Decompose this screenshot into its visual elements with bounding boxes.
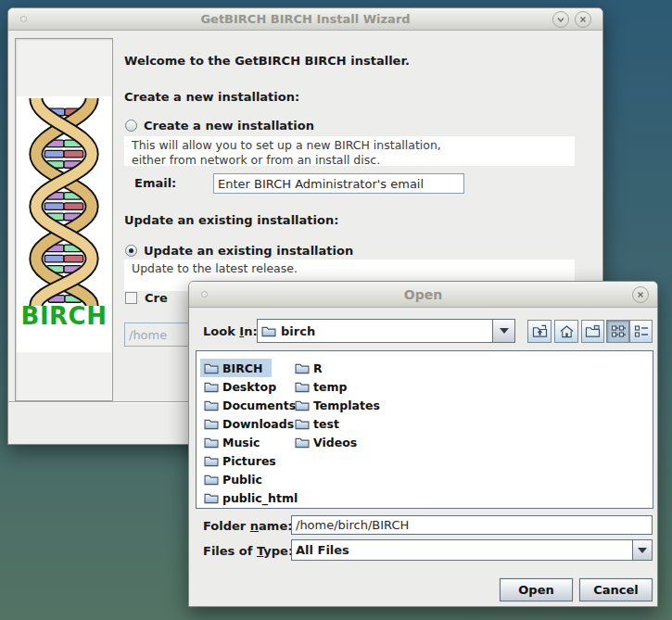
file-list-item[interactable]: temp [291, 377, 356, 396]
birch-logo-text: BIRCH [21, 302, 108, 330]
file-list-item[interactable]: Documents [200, 396, 305, 414]
file-list-item[interactable]: Pictures [200, 451, 285, 470]
file-item-label: Pictures [222, 454, 276, 468]
file-list-col2: R temp Templates test Videos [291, 359, 389, 451]
checkbox-label-partial: Cre [145, 291, 168, 305]
file-list-item[interactable]: Downloads [200, 414, 303, 433]
folder-icon [295, 418, 310, 430]
look-in-value: birch [281, 324, 315, 338]
folder-name-label: Folder name: [203, 519, 292, 533]
create-radio-label: Create a new installation [144, 119, 314, 133]
email-field[interactable] [213, 173, 464, 194]
look-in-dropdown-button[interactable] [492, 320, 514, 342]
list-view-button[interactable] [629, 320, 653, 343]
open-button[interactable]: Open [500, 578, 573, 601]
files-of-type-dropdown-button[interactable] [632, 540, 652, 560]
file-item-label: Downloads [222, 417, 294, 431]
file-list-item[interactable]: Desktop [200, 377, 285, 396]
file-item-label: temp [313, 380, 347, 394]
wizard-sidebar: BIRCH [15, 38, 113, 401]
wizard-titlebar[interactable]: GetBIRCH BIRCH Install Wizard [8, 8, 602, 31]
file-item-label: Desktop [222, 380, 276, 394]
folder-name-field[interactable] [291, 515, 653, 535]
new-folder-button[interactable] [581, 320, 604, 343]
file-item-label: public_html [222, 491, 298, 505]
folder-icon [295, 399, 310, 411]
file-item-label: test [313, 417, 339, 431]
folder-icon [204, 437, 219, 449]
close-icon [636, 290, 645, 299]
dialog-close-button[interactable] [632, 286, 649, 303]
welcome-heading: Welcome to the GetBIRCH BIRCH installer. [124, 54, 410, 68]
folder-icon [295, 362, 310, 374]
file-list-item[interactable]: Templates [291, 396, 389, 414]
create-info-line2: either from network or from an install d… [132, 153, 567, 168]
file-item-label: Templates [313, 399, 380, 412]
up-folder-icon [532, 324, 548, 338]
files-of-type-label: Files of Type: [203, 544, 293, 558]
open-dialog-titlebar[interactable]: Open [189, 282, 657, 308]
desktop: GetBIRCH BIRCH Install Wizard [0, 0, 672, 620]
folder-icon [204, 381, 219, 393]
create-info-box: This will allow you to set up a new BIRC… [124, 136, 575, 166]
folder-icon [204, 474, 219, 486]
email-label: Email: [134, 176, 176, 190]
folder-icon [295, 381, 310, 393]
folder-icon [204, 492, 219, 504]
create-shortcut-checkbox[interactable] [125, 292, 137, 304]
file-list-item[interactable]: Videos [291, 433, 366, 451]
window-menu-icon[interactable] [20, 16, 27, 22]
update-section-heading: Update an existing installation: [124, 213, 338, 227]
update-radio-label: Update an existing installation [144, 244, 353, 258]
file-item-label: BIRCH [222, 361, 262, 375]
folder-icon [204, 399, 219, 411]
file-item-label: Music [222, 436, 260, 449]
chevron-down-icon [638, 548, 647, 553]
file-list[interactable]: BIRCH Desktop Documents Downloads Music … [196, 350, 653, 509]
up-folder-button[interactable] [527, 320, 552, 343]
file-list-item[interactable]: Music [200, 433, 269, 451]
open-dialog: Open Look In: birch [188, 281, 658, 607]
dialog-menu-icon[interactable] [201, 291, 208, 297]
list-view-icon [634, 324, 649, 338]
folder-icon [295, 437, 310, 449]
file-list-item[interactable]: Public [200, 470, 272, 488]
file-list-item[interactable]: test [291, 414, 349, 433]
chevron-down-icon [500, 328, 509, 334]
birch-logo-panel: BIRCH [17, 96, 111, 352]
files-of-type-combobox[interactable]: All Files [291, 539, 653, 561]
close-button[interactable] [575, 11, 591, 28]
chevron-down-icon [556, 15, 565, 24]
folder-icon [204, 418, 219, 430]
look-in-combobox[interactable]: birch [257, 319, 515, 343]
close-icon [578, 15, 588, 24]
shade-button[interactable] [552, 11, 569, 28]
file-list-item[interactable]: public_html [200, 488, 307, 507]
file-item-label: Documents [222, 399, 296, 412]
cancel-button[interactable]: Cancel [579, 578, 653, 601]
look-in-label: Look In: [203, 324, 258, 338]
wizard-title: GetBIRCH BIRCH Install Wizard [200, 12, 410, 26]
dna-helix-image [19, 96, 108, 306]
file-item-label: Public [222, 473, 262, 487]
open-dialog-title: Open [404, 287, 442, 302]
home-button[interactable] [554, 320, 578, 343]
file-item-label: R [313, 361, 323, 375]
file-item-label: Videos [313, 436, 357, 449]
create-section-heading: Create a new installation: [124, 90, 299, 104]
home-icon [559, 324, 575, 338]
folder-icon [204, 362, 219, 374]
create-info-line1: This will allow you to set up a new BIRC… [132, 138, 567, 153]
grid-view-icon [611, 324, 626, 338]
file-list-item[interactable]: R [291, 359, 332, 377]
folder-icon [261, 325, 276, 337]
new-folder-icon [585, 324, 601, 338]
grid-view-button[interactable] [606, 320, 629, 343]
update-radio[interactable] [125, 245, 137, 257]
update-info-line1: Update to the latest release. [132, 261, 567, 276]
folder-icon [204, 455, 219, 467]
create-radio[interactable] [125, 120, 137, 132]
file-list-item[interactable]: BIRCH [200, 359, 272, 377]
files-of-type-value: All Files [296, 543, 349, 557]
